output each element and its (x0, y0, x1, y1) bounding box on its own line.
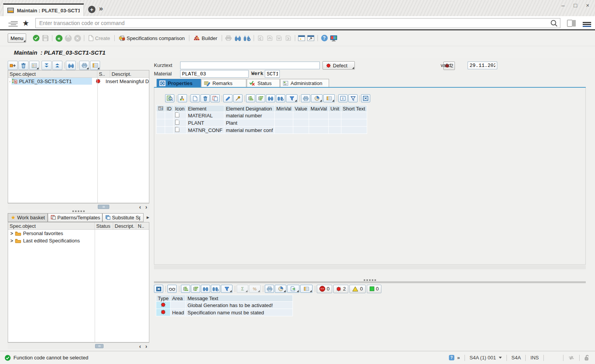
hscroll-thumb[interactable] (98, 205, 109, 209)
menu-button[interactable]: Menu (8, 33, 26, 43)
sort-descending-button[interactable] (256, 94, 265, 102)
status-system-dropdown-icon[interactable] (499, 357, 502, 359)
col-maxval[interactable]: MaxVal (309, 105, 329, 112)
transaction-code-input[interactable] (35, 18, 560, 28)
cell-value[interactable] (293, 127, 309, 134)
help-icon[interactable]: ? (320, 33, 329, 43)
table-row[interactable]: MATERIAL material number (157, 112, 367, 119)
move-spec-button[interactable] (8, 61, 18, 70)
filter-button[interactable] (221, 285, 232, 293)
col-descript[interactable]: Descript. (113, 222, 136, 229)
cell-maxval[interactable] (309, 112, 329, 119)
session-tab[interactable]: Maintain : PLATE_03-SCT1-... (3, 3, 84, 16)
specifications-comparison-button[interactable]: Specifications comparison (117, 35, 187, 41)
col-id[interactable]: ID (165, 105, 174, 112)
cell-short-text[interactable] (341, 127, 367, 134)
link-value-button[interactable] (233, 94, 242, 102)
copy-entry-button[interactable] (211, 94, 220, 102)
left-panel-splitter[interactable] (8, 210, 149, 213)
success-count-badge[interactable]: 0 (367, 285, 381, 293)
folder-last-edited[interactable]: > Last edited Specifications (8, 237, 149, 244)
cell-minval[interactable] (275, 119, 293, 127)
table-row[interactable]: PLANT Plant (157, 119, 367, 127)
col-minval[interactable]: MinVal (275, 105, 293, 112)
scroll-right-arrow[interactable]: › (143, 204, 149, 210)
col-descript[interactable]: Descript. (110, 70, 149, 77)
work-basket-hscrollbar[interactable]: ‹ › (8, 342, 149, 349)
cell-minval[interactable] (275, 127, 293, 134)
col-element[interactable]: Element (186, 105, 224, 112)
col-unit[interactable]: Unit (329, 105, 341, 112)
delete-spec-button[interactable] (18, 61, 28, 70)
warning-count-badge[interactable]: 0 (349, 285, 365, 293)
find-button[interactable] (266, 94, 275, 102)
cell-designation[interactable]: material number (224, 112, 274, 119)
expand-all-button[interactable] (42, 61, 52, 70)
folder-personal-favorites[interactable]: > Personal favorites (8, 230, 149, 237)
spec-tree-row[interactable]: · PLATE_03-SCT1-SCT1 Insert Meaningful D (8, 78, 149, 85)
find-button[interactable] (201, 285, 210, 293)
filter-button[interactable] (286, 94, 298, 102)
valid-date-input[interactable] (468, 62, 497, 69)
cell-id[interactable] (165, 112, 174, 119)
sort-ascending-button[interactable] (246, 94, 255, 102)
row-selector[interactable] (157, 127, 165, 134)
row-selector[interactable] (157, 119, 165, 127)
cell-designation[interactable]: Plant (224, 119, 274, 127)
session-list-icon[interactable] (8, 20, 18, 27)
row-selector[interactable] (157, 112, 165, 119)
new-tab-button[interactable]: + (88, 6, 95, 13)
defect-button[interactable]: Defect (323, 61, 355, 70)
back-icon[interactable]: « (54, 33, 64, 43)
cell-maxval[interactable] (309, 127, 329, 134)
col-n[interactable]: N.. (136, 222, 149, 229)
col-status[interactable]: S.. (97, 70, 110, 77)
material-input[interactable] (180, 70, 249, 78)
favorites-star-icon[interactable]: ★ (22, 18, 29, 28)
cell-element[interactable]: MATNR_CONF (186, 127, 224, 134)
print-tree-button[interactable] (79, 61, 89, 70)
minimize-button[interactable]: – (559, 1, 567, 9)
maximize-button[interactable]: □ (571, 1, 580, 9)
response-time-icon[interactable] (568, 356, 575, 360)
close-button[interactable]: × (583, 1, 592, 9)
tab-properties[interactable]: Properties (157, 79, 201, 87)
error-count-badge[interactable]: 2 (333, 285, 348, 293)
builder-button[interactable]: Builder (191, 35, 219, 41)
collapse-all-button[interactable] (52, 61, 62, 70)
kurztext-input[interactable] (180, 62, 320, 69)
find-spec-button[interactable] (66, 61, 76, 70)
message-text-cell[interactable]: Global Generation has to be activated! (186, 302, 293, 309)
cell-value[interactable] (293, 112, 309, 119)
werk-input[interactable] (265, 70, 280, 78)
close-table-button[interactable] (361, 94, 370, 102)
scroll-right-arrow[interactable]: › (143, 343, 149, 349)
new-entry-button[interactable] (191, 94, 200, 102)
info-button[interactable]: i (338, 94, 348, 102)
status-help-icon[interactable]: ? (449, 355, 455, 361)
tab-work-basket[interactable]: ★ Work basket (8, 213, 48, 222)
abort-count-badge[interactable]: STOP 0 (317, 285, 332, 293)
display-long-text-button[interactable] (167, 285, 177, 293)
cell-id[interactable] (165, 119, 174, 127)
filter-values-button[interactable] (348, 94, 358, 102)
new-session-icon[interactable] (297, 33, 306, 43)
print-table-button[interactable] (301, 94, 310, 102)
col-spec-object[interactable]: Spec.object (8, 70, 97, 77)
sort-ascending-button[interactable] (181, 285, 190, 293)
export-button[interactable] (287, 285, 299, 293)
chart-views-button[interactable] (311, 94, 323, 102)
col-spec-object[interactable]: Spec.object (8, 222, 95, 229)
scroll-left-arrow[interactable]: ‹ (137, 343, 143, 349)
col-status[interactable]: Status (95, 222, 113, 229)
cell-short-text[interactable] (341, 112, 367, 119)
security-lock-icon[interactable] (584, 355, 590, 361)
message-text-cell[interactable]: Specification name must be stated (186, 309, 293, 316)
expander-icon[interactable]: > (10, 238, 13, 244)
cell-element[interactable]: PLANT (186, 119, 224, 127)
close-message-panel-button[interactable] (154, 285, 163, 293)
panel-layout-icon[interactable] (567, 20, 576, 27)
tab-overflow-button[interactable]: » (99, 4, 102, 13)
col-element-designation[interactable]: Element Designation (224, 105, 274, 112)
cell-unit[interactable] (329, 127, 341, 134)
